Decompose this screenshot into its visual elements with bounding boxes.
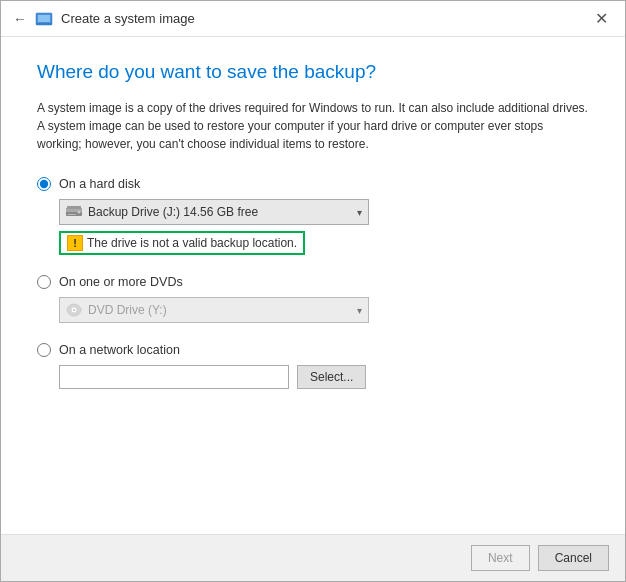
dvd-dropdown-arrow: ▾: [357, 305, 362, 316]
hard-disk-dropdown-arrow: ▾: [357, 207, 362, 218]
back-button[interactable]: ←: [13, 11, 27, 27]
dvd-group: On one or more DVDs DVD Drive (Y:): [37, 275, 589, 323]
network-option-row: On a network location: [37, 343, 589, 357]
dvd-dropdown-row: DVD Drive (Y:) ▾: [59, 297, 589, 323]
footer: Next Cancel: [1, 534, 625, 581]
network-input-row: Select...: [59, 365, 589, 389]
cancel-button[interactable]: Cancel: [538, 545, 609, 571]
svg-rect-1: [38, 15, 50, 22]
next-button[interactable]: Next: [471, 545, 530, 571]
hard-disk-option-row: On a hard disk: [37, 177, 589, 191]
dvd-option-row: On one or more DVDs: [37, 275, 589, 289]
title-bar: ← Create a system image ✕: [1, 1, 625, 37]
network-group: On a network location Select...: [37, 343, 589, 389]
close-button[interactable]: ✕: [589, 7, 613, 31]
error-text: The drive is not a valid backup location…: [87, 236, 297, 250]
main-window: ← Create a system image ✕ Where do you w…: [0, 0, 626, 582]
network-radio[interactable]: [37, 343, 51, 357]
svg-point-10: [73, 309, 75, 311]
network-input[interactable]: [59, 365, 289, 389]
description-text: A system image is a copy of the drives r…: [37, 99, 589, 153]
dvd-value: DVD Drive (Y:): [88, 303, 167, 317]
svg-rect-2: [36, 23, 52, 25]
select-button[interactable]: Select...: [297, 365, 366, 389]
hard-disk-dropdown-left: Backup Drive (J:) 14.56 GB free: [66, 205, 258, 219]
svg-rect-7: [68, 214, 76, 215]
content-area: Where do you want to save the backup? A …: [1, 37, 625, 534]
hard-disk-value: Backup Drive (J:) 14.56 GB free: [88, 205, 258, 219]
dvd-dropdown: DVD Drive (Y:) ▾: [59, 297, 369, 323]
svg-rect-5: [67, 206, 81, 209]
dvd-icon: [66, 303, 82, 317]
title-bar-text: Create a system image: [61, 11, 195, 26]
dvd-label[interactable]: On one or more DVDs: [59, 275, 183, 289]
hard-disk-dropdown[interactable]: Backup Drive (J:) 14.56 GB free ▾: [59, 199, 369, 225]
hard-disk-radio[interactable]: [37, 177, 51, 191]
warning-icon: !: [67, 235, 83, 251]
dvd-radio[interactable]: [37, 275, 51, 289]
page-title: Where do you want to save the backup?: [37, 61, 589, 83]
hard-disk-icon: [66, 205, 82, 219]
error-box: ! The drive is not a valid backup locati…: [59, 231, 305, 255]
hard-disk-dropdown-row: Backup Drive (J:) 14.56 GB free ▾: [59, 199, 589, 225]
hard-disk-label[interactable]: On a hard disk: [59, 177, 140, 191]
network-label[interactable]: On a network location: [59, 343, 180, 357]
title-bar-left: ← Create a system image: [13, 10, 195, 28]
svg-point-6: [78, 211, 81, 214]
title-bar-icon: [35, 10, 53, 28]
hard-disk-group: On a hard disk: [37, 177, 589, 255]
error-row: ! The drive is not a valid backup locati…: [59, 231, 589, 255]
dvd-dropdown-left: DVD Drive (Y:): [66, 303, 167, 317]
